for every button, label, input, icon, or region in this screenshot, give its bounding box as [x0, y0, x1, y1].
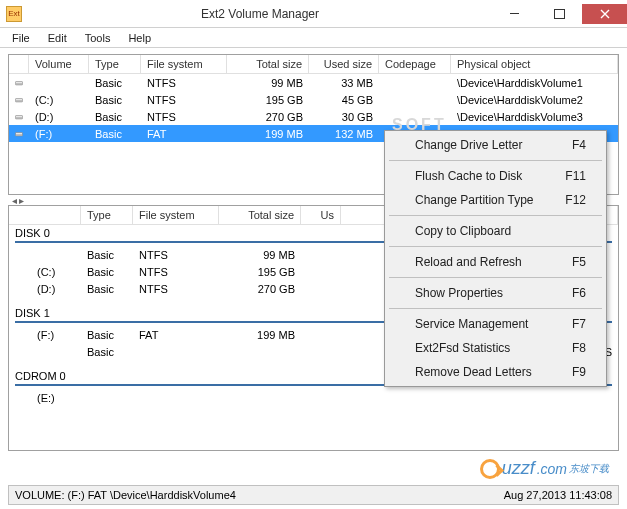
col-filesystem[interactable]: File system [141, 55, 227, 73]
svg-rect-5 [16, 116, 22, 117]
col-totalsize2[interactable]: Total size [219, 206, 301, 224]
cell-type: Basic [81, 343, 133, 361]
context-menu-item[interactable]: Ext2Fsd StatisticsF8 [387, 336, 604, 360]
statusbar: VOLUME: (F:) FAT \Device\HarddiskVolume4… [8, 485, 619, 505]
menu-separator [389, 215, 602, 216]
cell-used: 45 GB [309, 91, 379, 109]
menu-item-label: Show Properties [415, 286, 503, 300]
drive-icon [9, 75, 29, 91]
cell-used: 132 MB [309, 125, 379, 143]
watermark-suffix: .com [537, 461, 567, 477]
col-codepage[interactable]: Codepage [379, 55, 451, 73]
menu-item-accel: F4 [572, 138, 586, 152]
cell-rest [341, 395, 618, 401]
svg-rect-3 [16, 99, 22, 100]
col-physobj[interactable]: Physical object [451, 55, 618, 73]
cell-total: 195 GB [227, 91, 309, 109]
drive-icon [9, 126, 29, 142]
titlebar: Ext Ext2 Volume Manager [0, 0, 627, 28]
cell-type: Basic [81, 246, 133, 264]
context-menu-item[interactable]: Reload and RefreshF5 [387, 250, 604, 274]
cell-drive: (C:) [9, 263, 81, 281]
context-menu-item[interactable]: Show PropertiesF6 [387, 281, 604, 305]
cell-us [301, 395, 341, 401]
drive-icon [9, 109, 29, 125]
col-totalsize[interactable]: Total size [227, 55, 309, 73]
status-right: Aug 27,2013 11:43:08 [504, 489, 612, 501]
menu-separator [389, 277, 602, 278]
menu-item-accel: F11 [565, 169, 586, 183]
cell-type: Basic [81, 326, 133, 344]
col-volume[interactable]: Volume [29, 55, 89, 73]
menu-item-label: Change Drive Letter [415, 138, 522, 152]
context-menu-item[interactable]: Service ManagementF7 [387, 312, 604, 336]
col-filesystem2[interactable]: File system [133, 206, 219, 224]
cell-type: Basic [89, 91, 141, 109]
cell-volume: (D:) [29, 108, 89, 126]
menu-item-accel: F8 [572, 341, 586, 355]
menu-item-label: Flush Cache to Disk [415, 169, 522, 183]
col-usedsize[interactable]: Used size [309, 55, 379, 73]
logo-icon [480, 459, 500, 479]
cell-total [219, 349, 301, 355]
cell-total: 270 GB [219, 280, 301, 298]
cell-us [301, 286, 341, 292]
cell-type: Basic [81, 280, 133, 298]
col-blank[interactable] [9, 206, 81, 224]
cell-type: Basic [89, 74, 141, 92]
menu-item-label: Change Partition Type [415, 193, 534, 207]
cell-drive: (D:) [9, 280, 81, 298]
menu-item-accel: F5 [572, 255, 586, 269]
minimize-button[interactable] [492, 4, 537, 24]
menubar: File Edit Tools Help [0, 28, 627, 48]
volume-row[interactable]: (D:)BasicNTFS270 GB30 GB\Device\Harddisk… [9, 108, 618, 125]
menu-edit[interactable]: Edit [40, 30, 75, 46]
menu-item-label: Service Management [415, 317, 528, 331]
cell-total: 195 GB [219, 263, 301, 281]
menu-item-label: Ext2Fsd Statistics [415, 341, 510, 355]
cell-used: 33 MB [309, 74, 379, 92]
menu-separator [389, 160, 602, 161]
context-menu-item[interactable]: Change Partition TypeF12 [387, 188, 604, 212]
svg-rect-7 [16, 133, 22, 134]
menu-item-label: Remove Dead Letters [415, 365, 532, 379]
cell-total: 270 GB [227, 108, 309, 126]
menu-item-accel: F12 [565, 193, 586, 207]
status-left: VOLUME: (F:) FAT \Device\HarddiskVolume4 [15, 489, 236, 501]
menu-item-accel: F9 [572, 365, 586, 379]
partition-row[interactable]: (E:) [9, 389, 618, 406]
context-menu-item[interactable]: Change Drive LetterF4 [387, 133, 604, 157]
svg-rect-1 [16, 82, 22, 83]
cell-phys: \Device\HarddiskVolume3 [451, 108, 618, 126]
col-us2[interactable]: Us [301, 206, 341, 224]
volume-row[interactable]: BasicNTFS99 MB33 MB\Device\HarddiskVolum… [9, 74, 618, 91]
cell-volume [29, 80, 89, 86]
menu-tools[interactable]: Tools [77, 30, 119, 46]
menu-file[interactable]: File [4, 30, 38, 46]
col-type2[interactable]: Type [81, 206, 133, 224]
menu-separator [389, 308, 602, 309]
menu-item-label: Copy to Clipboard [415, 224, 511, 238]
col-type[interactable]: Type [89, 55, 141, 73]
context-menu-item[interactable]: Remove Dead LettersF9 [387, 360, 604, 384]
cell-us [301, 269, 341, 275]
menu-separator [389, 246, 602, 247]
menu-item-accel: F7 [572, 317, 586, 331]
cell-fs: NTFS [141, 91, 227, 109]
context-menu-item[interactable]: Flush Cache to DiskF11 [387, 164, 604, 188]
close-button[interactable] [582, 4, 627, 24]
maximize-button[interactable] [537, 4, 582, 24]
cell-total: 99 MB [227, 74, 309, 92]
cell-fs: NTFS [141, 74, 227, 92]
menu-help[interactable]: Help [120, 30, 159, 46]
context-menu-item[interactable]: Copy to Clipboard [387, 219, 604, 243]
cell-drive [9, 349, 81, 355]
cell-drive [9, 252, 81, 258]
drive-icon [9, 92, 29, 108]
window-title: Ext2 Volume Manager [28, 7, 492, 21]
cell-fs: NTFS [133, 263, 219, 281]
volume-row[interactable]: (C:)BasicNTFS195 GB45 GB\Device\Harddisk… [9, 91, 618, 108]
cell-type: Basic [89, 108, 141, 126]
cell-total [219, 395, 301, 401]
cell-type [81, 395, 133, 401]
